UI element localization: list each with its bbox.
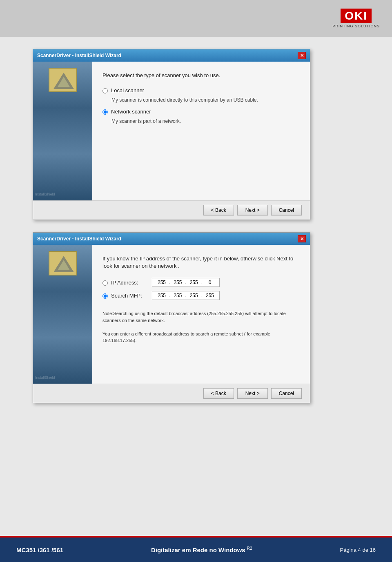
- dialog-1-titlebar: ScannerDriver - InstallShield Wizard ✕: [33, 49, 310, 62]
- ip-dot-3: .: [201, 280, 203, 285]
- mfp-dot-3: .: [201, 293, 203, 298]
- dialog-2-body: InstallShield If you know the IP address…: [33, 245, 310, 384]
- network-scanner-radio[interactable]: [102, 109, 108, 115]
- dialog-2-content: If you know the IP address of the scanne…: [92, 245, 310, 384]
- watermark: InstallShield: [35, 192, 55, 196]
- dialog-2-footer: < Back Next > Cancel: [33, 384, 310, 403]
- mfp-octet-1[interactable]: [156, 293, 168, 298]
- footer-page: Página 4 de 16: [340, 547, 376, 553]
- dialog-2-back-button[interactable]: < Back: [203, 388, 234, 399]
- ip-dot-2: .: [185, 280, 186, 285]
- mfp-dot-1: .: [169, 293, 170, 298]
- dialog-2-titlebar: ScannerDriver - InstallShield Wizard ✕: [33, 233, 310, 245]
- network-scanner-subtext: My scanner is part of a network.: [111, 118, 300, 125]
- local-scanner-label: Local scanner: [111, 87, 144, 93]
- dialog-1-title: ScannerDriver - InstallShield Wizard: [37, 53, 121, 58]
- local-scanner-subtext: My scanner is connected directly to this…: [111, 97, 300, 104]
- dialog-2-next-button[interactable]: Next >: [237, 388, 268, 399]
- dialog-2-icon: [49, 251, 77, 275]
- mfp-octet-2[interactable]: [172, 293, 184, 298]
- ip-octet-4[interactable]: [204, 280, 216, 285]
- dialog-2: ScannerDriver - InstallShield Wizard ✕ I…: [33, 232, 310, 403]
- mfp-octet-3[interactable]: [188, 293, 200, 298]
- dialog-1-description: Please select the type of scanner you wi…: [102, 72, 300, 79]
- network-scanner-label: Network scanner: [111, 109, 151, 115]
- note-text-1: Note:Searching using the default broadca…: [102, 310, 300, 344]
- dialog-2-description: If you know the IP address of the scanne…: [102, 255, 300, 270]
- ip-address-label: IP Address:: [111, 280, 148, 286]
- dialog-1-body: InstallShield Please select the type of …: [33, 62, 310, 200]
- dialog-1-close-button[interactable]: ✕: [298, 52, 306, 59]
- oki-logo-subtitle: PRINTING SOLUTIONS: [332, 24, 380, 28]
- ip-address-field: . . .: [152, 278, 220, 287]
- search-mfp-radio[interactable]: [102, 293, 108, 299]
- footer-bar: MC351 /361 /561 Digitalizar em Rede no W…: [0, 538, 392, 562]
- dialog-1-icon: [49, 68, 77, 92]
- search-mfp-field: . . .: [152, 291, 220, 300]
- dialog-1-back-button[interactable]: < Back: [203, 205, 234, 215]
- main-content: ScannerDriver - InstallShield Wizard ✕ I…: [0, 37, 392, 536]
- dialog-1-footer: < Back Next > Cancel: [33, 200, 310, 220]
- footer-product: MC351 /361 /561: [16, 546, 63, 553]
- ip-dot-1: .: [169, 280, 170, 285]
- dialog-1: ScannerDriver - InstallShield Wizard ✕ I…: [33, 49, 310, 220]
- search-mfp-row: Search MFP: . . .: [102, 291, 300, 300]
- footer-title-suffix: R2: [247, 546, 252, 551]
- dialog-2-title: ScannerDriver - InstallShield Wizard: [37, 236, 121, 242]
- dialog-1-content: Please select the type of scanner you wi…: [92, 62, 310, 200]
- dialog-1-next-button[interactable]: Next >: [237, 205, 268, 215]
- ip-octet-3[interactable]: [188, 280, 200, 285]
- local-scanner-option[interactable]: Local scanner: [102, 87, 300, 93]
- footer-title: Digitalizar em Rede no Windows R2: [151, 546, 252, 553]
- dialog-2-cancel-button[interactable]: Cancel: [271, 388, 302, 399]
- search-mfp-option[interactable]: Search MFP:: [102, 293, 148, 299]
- local-scanner-radio[interactable]: [102, 88, 108, 93]
- dialog-2-sidebar: InstallShield: [33, 245, 92, 384]
- footer-title-main: Digitalizar em Rede no Windows: [151, 546, 245, 553]
- ip-address-radio[interactable]: [102, 280, 108, 286]
- mfp-octet-4[interactable]: [204, 293, 216, 298]
- network-scanner-option[interactable]: Network scanner: [102, 109, 300, 115]
- watermark-2: InstallShield: [35, 375, 55, 380]
- dialog-2-close-button[interactable]: ✕: [298, 235, 306, 242]
- oki-logo: OKI PRINTING SOLUTIONS: [332, 9, 380, 28]
- ip-octet-2[interactable]: [172, 280, 184, 285]
- search-mfp-label: Search MFP:: [111, 293, 148, 299]
- ip-octet-1[interactable]: [156, 280, 168, 285]
- mfp-dot-2: .: [185, 293, 186, 298]
- dialog-1-cancel-button[interactable]: Cancel: [271, 205, 302, 215]
- dialog-1-sidebar: InstallShield: [33, 62, 92, 200]
- ip-address-row: IP Address: . . .: [102, 278, 300, 287]
- oki-logo-text: OKI: [341, 9, 372, 23]
- ip-address-option[interactable]: IP Address:: [102, 280, 148, 286]
- page-header: OKI PRINTING SOLUTIONS: [0, 0, 392, 37]
